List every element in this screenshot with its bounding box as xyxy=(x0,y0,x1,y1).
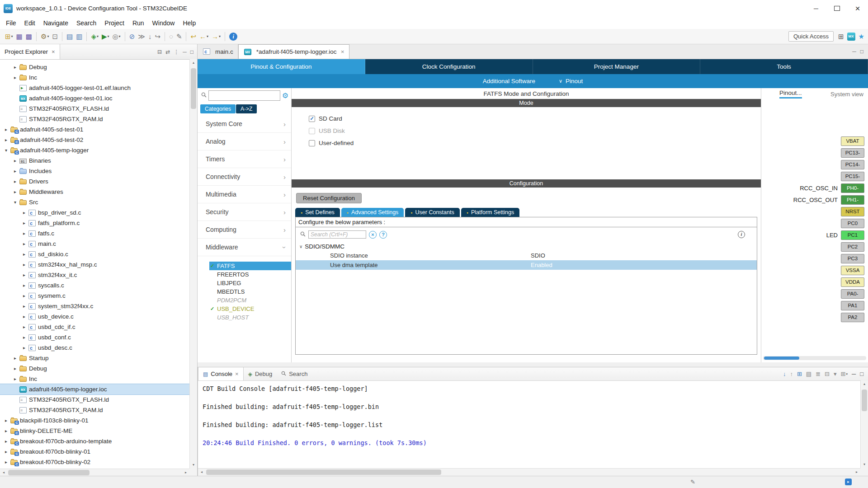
scrollbar-thumb[interactable] xyxy=(862,389,867,411)
tree-item[interactable]: ▸Inc xyxy=(0,374,189,384)
pin-pa1[interactable]: PA1 xyxy=(841,301,864,310)
parameter-group-row[interactable]: ∨ SDIO/SDMMC xyxy=(296,242,757,251)
category-connectivity[interactable]: Connectivity› xyxy=(198,168,291,186)
mark-occurrences-icon[interactable]: ✎ xyxy=(175,31,184,42)
checkbox-icon[interactable] xyxy=(309,128,315,134)
tree-item[interactable]: ▸Binaries xyxy=(0,155,189,166)
minimize-button[interactable]: ─ xyxy=(806,0,826,17)
expand-toggle-icon[interactable]: ▸ xyxy=(3,137,9,142)
skip-all-breakpoints-icon[interactable]: ⊘ xyxy=(128,31,137,42)
explorer-horizontal-scrollbar[interactable]: ◂ ▸ xyxy=(0,469,189,476)
menu-navigate[interactable]: Navigate xyxy=(39,18,72,28)
expand-toggle-icon[interactable]: ▸ xyxy=(21,252,28,257)
scroll-down-icon[interactable]: ▾ xyxy=(190,461,197,469)
pin-pa0[interactable]: PA0- xyxy=(841,289,864,299)
mode-option-usb-disk[interactable]: USB Disk xyxy=(309,125,761,137)
pinout-dropdown[interactable]: ∨ Pinout xyxy=(559,78,583,84)
save-all-icon[interactable]: ▩ xyxy=(24,31,33,42)
expand-toggle-icon[interactable]: ▸ xyxy=(21,335,28,340)
tab-a-z[interactable]: A->Z xyxy=(236,104,257,113)
open-type-icon[interactable]: ◌ xyxy=(168,31,175,42)
category-middleware[interactable]: Middleware› xyxy=(198,239,291,256)
expand-toggle-icon[interactable]: ▸ xyxy=(21,231,28,236)
resume-icon[interactable]: ≫ xyxy=(137,31,146,42)
tree-item[interactable]: ▸breakout-f070cb-blinky-02 xyxy=(0,457,189,467)
tree-item[interactable]: ▸fatfs.c xyxy=(0,228,189,239)
view-menu-icon[interactable]: ⋮ xyxy=(174,49,179,55)
debug-icon[interactable]: ◈▾ xyxy=(90,31,100,42)
config-tab-advanced-settings[interactable]: ●Advanced Settings xyxy=(341,208,404,217)
pin-pc1[interactable]: PC1 xyxy=(841,230,864,240)
tree-item[interactable]: ▸Startup xyxy=(0,353,189,363)
expand-toggle-icon[interactable]: ▸ xyxy=(21,241,28,246)
scrollbar-thumb[interactable] xyxy=(206,469,441,475)
pin-pc13[interactable]: PC13- xyxy=(841,148,864,158)
editor-tab-adafruit-f405-temp-logger-ioc[interactable]: *adafruit-f405-temp-logger.ioc× xyxy=(238,44,349,59)
tree-item[interactable]: ▸usbd_cdc_if.c xyxy=(0,322,189,332)
minimize-view-icon[interactable]: ─ xyxy=(852,371,856,377)
middleware-item-mbedtls[interactable]: MBEDTLS xyxy=(209,287,291,296)
step-into-icon[interactable]: ↓ xyxy=(147,31,153,42)
menu-edit[interactable]: Edit xyxy=(20,18,39,28)
scroll-to-end-icon[interactable]: ↓ xyxy=(783,371,786,377)
tree-item[interactable]: STM32F405RGTX_FLASH.ld xyxy=(0,394,189,405)
config-main-tab-clock-configuration[interactable]: Clock Configuration xyxy=(365,59,533,74)
expand-toggle-icon[interactable]: ▸ xyxy=(21,314,28,319)
info-icon[interactable]: i xyxy=(738,231,745,238)
pin-ph1[interactable]: PH1- xyxy=(841,195,864,205)
close-tab-icon[interactable]: × xyxy=(341,48,344,55)
project-explorer-tab[interactable]: Project Explorer × xyxy=(0,44,60,59)
close-button[interactable]: × xyxy=(847,0,868,17)
quick-access-button[interactable]: Quick Access xyxy=(788,31,834,42)
gear-icon[interactable]: ⚙ xyxy=(282,91,288,100)
background-tasks-icon[interactable]: ▸ xyxy=(845,479,852,485)
scrollbar-thumb[interactable] xyxy=(8,470,90,475)
editor-tab-main-c[interactable]: main.c xyxy=(198,44,238,59)
maximize-view-icon[interactable]: □ xyxy=(860,48,863,55)
expand-toggle-icon[interactable]: ▸ xyxy=(21,210,28,215)
pin-pc15[interactable]: PC15- xyxy=(841,172,864,181)
new-wizard-icon[interactable]: ⊞▾ xyxy=(4,31,14,42)
tree-item[interactable]: ▸adafruit-f405-sd-test-02 xyxy=(0,135,189,145)
expand-toggle-icon[interactable]: ▸ xyxy=(3,439,9,444)
tree-item[interactable]: ▸stm32f4xx_hal_msp.c xyxy=(0,259,189,270)
expand-toggle-icon[interactable]: ▸ xyxy=(12,376,19,381)
config-main-tab-project-manager[interactable]: Project Manager xyxy=(533,59,701,74)
middleware-item-fatfs[interactable]: ✓FATFS xyxy=(209,262,291,270)
config-tab-platform-settings[interactable]: ●Platform Settings xyxy=(461,208,519,217)
forward-icon[interactable]: →▾ xyxy=(210,31,222,42)
tree-item[interactable]: ▸blinky-DELETE-ME xyxy=(0,426,189,436)
back-icon[interactable]: ←▾ xyxy=(198,31,210,42)
middleware-item-usb-host[interactable]: USB_HOST xyxy=(209,313,291,322)
expand-toggle-icon[interactable]: ▸ xyxy=(3,428,9,433)
middleware-item-freertos[interactable]: FREERTOS xyxy=(209,270,291,279)
tree-item[interactable]: ▸breakout-f070cb-arduino-template xyxy=(0,436,189,446)
category-timers[interactable]: Timers› xyxy=(198,150,291,168)
parameter-value[interactable]: Enabled xyxy=(531,262,552,268)
tree-item[interactable]: ▸Debug xyxy=(0,62,189,72)
scroll-to-top-icon[interactable]: ↑ xyxy=(790,371,793,377)
config-main-tab-pinout-configuration[interactable]: Pinout & Configuration xyxy=(198,59,365,74)
tree-item[interactable]: ▸main.c xyxy=(0,239,189,249)
menu-window[interactable]: Window xyxy=(148,18,179,28)
pin-pc2[interactable]: PC2 xyxy=(841,242,864,252)
tree-item[interactable]: STM32F405RGTX_RAM.ld xyxy=(0,114,189,124)
tree-item[interactable]: ▸Includes xyxy=(0,166,189,176)
open-console-icon[interactable]: ▤ xyxy=(65,31,74,42)
expand-toggle-icon[interactable]: ▸ xyxy=(21,293,28,298)
tree-item[interactable]: STM32F405RGTX_RAM.ld xyxy=(0,405,189,415)
middleware-item-pdm2pcm[interactable]: PDM2PCM xyxy=(209,296,291,305)
minimize-view-icon[interactable]: ─ xyxy=(183,49,187,55)
expand-toggle-icon[interactable]: ▾ xyxy=(12,200,19,205)
parameter-search-input[interactable] xyxy=(308,230,366,239)
clear-console-icon[interactable]: ▤ xyxy=(806,371,811,377)
device-configuration-perspective-icon[interactable]: ★ xyxy=(859,33,864,41)
middleware-item-libjpeg[interactable]: LIBJPEG xyxy=(209,279,291,287)
open-perspective-icon[interactable]: ⊞ xyxy=(838,33,844,41)
pinout-horizontal-scrollbar[interactable] xyxy=(763,356,866,360)
tree-item[interactable]: ▾Src xyxy=(0,197,189,207)
close-view-icon[interactable]: × xyxy=(52,48,55,55)
tab-search[interactable]: Search xyxy=(277,367,312,380)
tree-item[interactable]: ▸Debug xyxy=(0,363,189,374)
pin-console-icon[interactable]: ⊟ xyxy=(825,371,830,377)
